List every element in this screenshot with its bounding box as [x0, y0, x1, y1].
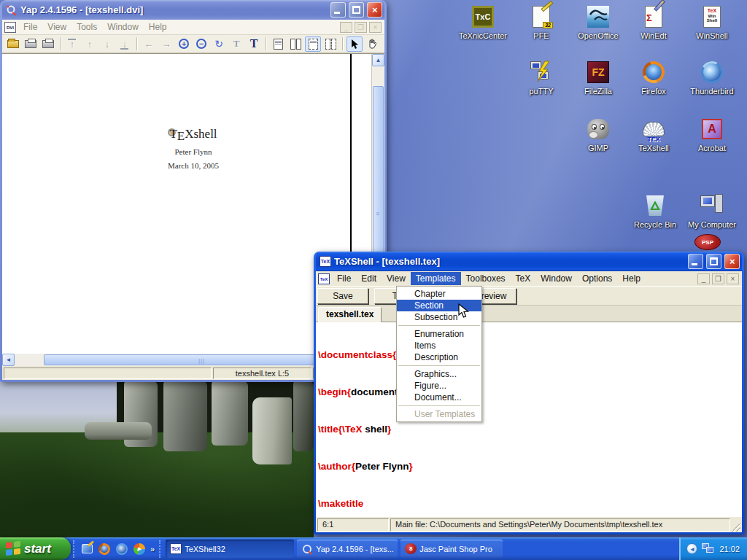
texshell-close-button[interactable]: ×	[724, 254, 740, 269]
previous-page-icon[interactable]: ↑	[82, 36, 98, 52]
winedt-icon: Σ	[645, 6, 662, 28]
start-button[interactable]: start	[0, 537, 71, 560]
desktop-icon-my-computer[interactable]: My Computer	[684, 193, 740, 229]
menu-view[interactable]: View	[382, 272, 411, 285]
menu-item-enumeration[interactable]: Enumeration	[397, 328, 481, 340]
magnifier-tool-icon[interactable]	[382, 36, 384, 52]
desktop-icon-paint-shop-pro-partial[interactable]: PSP	[692, 234, 724, 253]
single-page-view-icon[interactable]	[270, 36, 286, 52]
desktop-icon-texniccenter[interactable]: TxC TeXnicCenter	[455, 4, 511, 40]
mdi-restore-icon[interactable]: ❒	[712, 273, 724, 284]
zoom-in-icon[interactable]: +	[176, 36, 192, 52]
yap-menu-tools[interactable]: Tools	[71, 20, 102, 34]
texshell-minimize-button[interactable]	[688, 254, 703, 269]
menu-window[interactable]: Window	[535, 272, 577, 285]
menu-item-figure[interactable]: Figure...	[397, 380, 481, 392]
menu-options[interactable]: Options	[577, 272, 617, 285]
menu-item-items[interactable]: Items	[397, 340, 481, 351]
hand-tool-icon[interactable]	[364, 36, 380, 52]
desktop-icon-texshell[interactable]: TEX TeXshell	[626, 117, 681, 152]
desktop-icon-acrobat[interactable]: A Acrobat	[684, 117, 740, 152]
yap-menu-help[interactable]: Help	[144, 20, 172, 34]
print-page-icon[interactable]	[40, 36, 56, 52]
menu-file[interactable]: File	[332, 272, 356, 285]
stone	[293, 381, 314, 451]
yap-minimize-button[interactable]	[330, 2, 346, 18]
menu-tex[interactable]: TeX	[511, 272, 536, 285]
task-button-paint-shop-pro[interactable]: 8 Jasc Paint Shop Pro	[400, 540, 503, 558]
icon-label: OpenOffice	[570, 31, 626, 40]
back-icon[interactable]: ←	[141, 36, 157, 52]
texshell-titlebar[interactable]: TeX TeXShell - [texshell.tex] ×	[316, 252, 742, 271]
hide-tray-icons-icon[interactable]: ◄	[686, 543, 697, 554]
pointer-tool-icon[interactable]	[347, 36, 363, 52]
horizontal-scroll-thumb[interactable]: |||	[44, 354, 360, 365]
firefox-quicklaunch-icon[interactable]	[97, 542, 112, 556]
menu-item-description[interactable]: Description	[397, 351, 481, 363]
menu-item-chapter[interactable]: Chapter	[397, 288, 481, 300]
media-player-quicklaunch-icon[interactable]	[132, 542, 147, 556]
desktop-icon-winedt[interactable]: Σ WinEdt	[626, 4, 681, 40]
yap-close-button[interactable]: ×	[367, 2, 382, 18]
yap-titlebar[interactable]: Yap 2.4.1596 - [texshell.dvi] ×	[2, 0, 384, 20]
first-page-icon[interactable]: ↑	[64, 36, 80, 52]
continuous-view-icon[interactable]	[305, 36, 321, 52]
forward-icon[interactable]: →	[158, 36, 174, 52]
icon-label: TeXshell	[626, 144, 681, 152]
thunderbird-quicklaunch-icon[interactable]	[115, 542, 129, 556]
yap-menu-window[interactable]: Window	[102, 20, 144, 34]
scroll-left-icon[interactable]: ◄	[2, 354, 15, 366]
dvi-doc-date: March 10, 2005	[133, 161, 253, 170]
menu-toolboxes[interactable]: Toolboxes	[461, 272, 511, 285]
open-file-icon[interactable]	[5, 36, 21, 52]
network-tray-icon[interactable]	[702, 543, 715, 554]
texshell-maximize-button[interactable]	[706, 254, 721, 269]
icon-label: puTTY	[514, 87, 569, 96]
task-button-texshell[interactable]: TeX TeXShell32	[166, 540, 294, 558]
last-page-icon[interactable]: ↓	[117, 36, 133, 52]
show-desktop-icon[interactable]	[80, 542, 94, 556]
desktop-icon-winshell[interactable]: TeXWin Shell WinShell	[684, 4, 740, 40]
menu-item-document[interactable]: Document...	[397, 392, 481, 403]
desktop-icon-putty[interactable]: puTTY	[514, 60, 569, 96]
desktop-icon-firefox[interactable]: Firefox	[626, 60, 681, 96]
desktop-icon-gimp[interactable]: GIMP	[570, 117, 626, 152]
resize-grip[interactable]	[732, 523, 740, 532]
yap-maximize-button[interactable]	[349, 2, 364, 18]
quicklaunch-overflow-icon[interactable]: »	[150, 545, 155, 553]
desktop-icon-filezilla[interactable]: FZ FileZilla	[570, 60, 626, 96]
tex-document-icon: TeX	[318, 273, 330, 284]
texshell-mdi-buttons: _ ❒ ×	[697, 273, 742, 284]
desktop-icon-recycle-bin[interactable]: Recycle Bin	[627, 193, 683, 229]
menu-help[interactable]: Help	[617, 272, 646, 285]
continuous-facing-view-icon[interactable]	[322, 36, 338, 52]
ruler-icon[interactable]: T	[228, 36, 244, 52]
menu-templates[interactable]: Templates	[411, 272, 461, 285]
zoom-out-icon[interactable]: −	[193, 36, 209, 52]
desktop-icon-pfe[interactable]: 32 PFE	[514, 4, 569, 40]
print-icon[interactable]	[23, 36, 39, 52]
mdi-close-icon[interactable]: ×	[727, 273, 739, 284]
start-label: start	[24, 542, 51, 556]
yap-menu-file[interactable]: File	[18, 20, 42, 34]
mdi-minimize-icon[interactable]: _	[340, 22, 352, 33]
yap-menu-view[interactable]: View	[42, 20, 71, 34]
desktop-icon-openoffice[interactable]: OpenOffice	[570, 4, 626, 40]
text-mode-icon[interactable]: T	[246, 36, 262, 52]
menu-item-graphics[interactable]: Graphics...	[397, 368, 481, 380]
texshell-editor[interactable]: \documentclass{article} \begin{document}…	[316, 322, 742, 517]
desktop-icon-thunderbird[interactable]: Thunderbird	[684, 60, 740, 96]
refresh-icon[interactable]: ↻	[211, 36, 227, 52]
facing-pages-view-icon[interactable]	[287, 36, 303, 52]
mdi-close-icon[interactable]: ×	[369, 22, 382, 33]
yap-window-title: Yap 2.4.1596 - [texshell.dvi]	[20, 4, 328, 15]
next-page-icon[interactable]: ↓	[99, 36, 115, 52]
menu-edit[interactable]: Edit	[356, 272, 382, 285]
tab-texshell-tex[interactable]: texshell.tex	[318, 307, 382, 322]
mdi-restore-icon[interactable]: ❒	[355, 22, 367, 33]
save-button[interactable]: Save	[317, 288, 368, 304]
mdi-minimize-icon[interactable]: _	[697, 273, 710, 284]
scroll-up-icon[interactable]: ▲	[372, 54, 384, 66]
templates-menu-popup: Chapter Section Subsection Enumeration I…	[396, 286, 482, 422]
task-button-yap[interactable]: Yap 2.4.1596 - [texs...	[297, 540, 398, 558]
